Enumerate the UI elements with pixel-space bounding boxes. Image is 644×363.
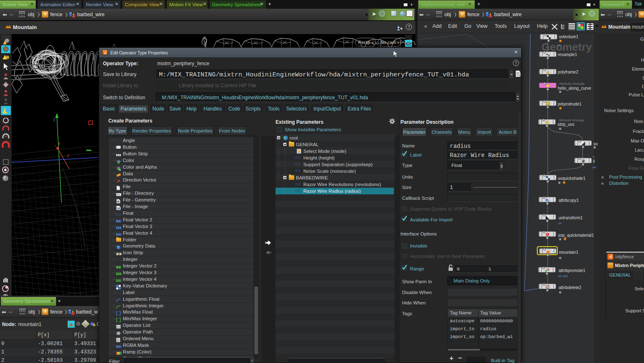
svg-text:1: 1 bbox=[53, 118, 56, 122]
svg-text:0.6: 0.6 bbox=[116, 213, 121, 217]
svg-text:y: y bbox=[58, 141, 60, 145]
svg-text:MTL: MTL bbox=[117, 194, 120, 196]
